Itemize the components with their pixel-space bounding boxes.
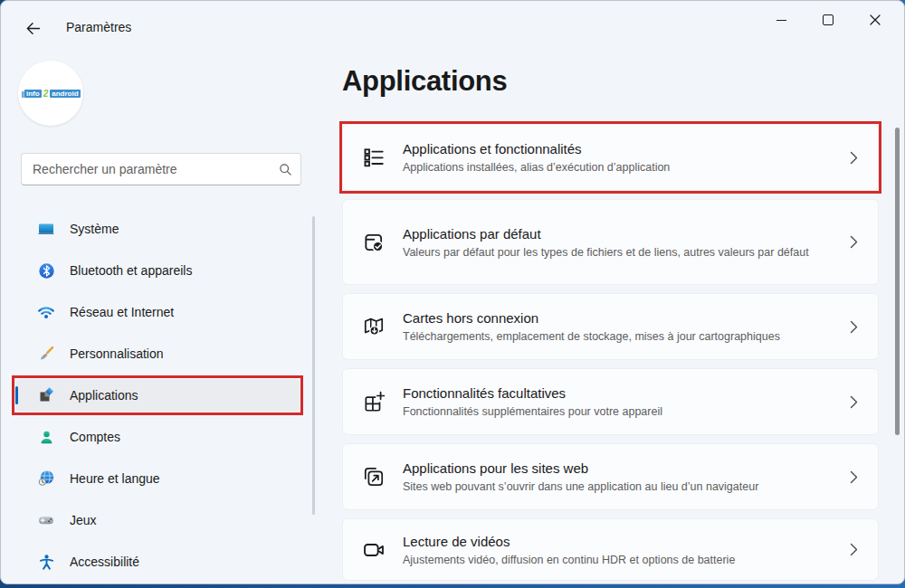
card-title: Cartes hors connexion (403, 308, 780, 327)
window-title: Paramètres (66, 20, 131, 34)
card-title: Lecture de vidéos (403, 532, 735, 551)
close-icon (870, 14, 881, 25)
gaming-icon (37, 511, 55, 529)
card-subtitle: Applications installées, alias d’exécuti… (403, 159, 670, 175)
sidebar-item-label: Jeux (70, 513, 97, 527)
accessibility-icon (37, 553, 55, 571)
sidebar-item-comptes[interactable]: Comptes (15, 421, 300, 453)
card-applications-et-fonctionnalites[interactable]: Applications et fonctionnalités Applicat… (342, 124, 879, 191)
card-cartes-hors-connexion[interactable]: Cartes hors connexion Téléchargements, e… (342, 293, 879, 360)
apps-websites-icon (362, 465, 386, 488)
page-title: Applications (342, 64, 904, 98)
search-box (21, 153, 301, 185)
chevron-right-icon (850, 470, 858, 484)
maximize-icon (823, 14, 834, 25)
apps-features-icon (362, 146, 386, 169)
search-input[interactable] (22, 162, 270, 176)
sidebar-item-reseau[interactable]: Réseau et Internet (15, 296, 300, 328)
optional-features-icon (362, 390, 386, 413)
card-title: Applications pour les sites web (403, 459, 758, 478)
selected-indicator (15, 386, 18, 404)
network-icon (37, 303, 55, 321)
settings-window: Paramètres || info 2 android (0, 0, 905, 584)
sidebar-item-heure-langue[interactable]: Heure et langue (15, 462, 300, 495)
search-icon (270, 163, 300, 176)
sidebar-item-label: Personnalisation (70, 346, 164, 361)
info24android-logo: || info 2 android (21, 89, 80, 99)
sidebar-item-personnalisation[interactable]: Personnalisation (15, 337, 300, 370)
sidebar-item-bluetooth[interactable]: Bluetooth et appareils (15, 254, 300, 287)
logo-2: 2 (43, 89, 50, 99)
chevron-right-icon (850, 151, 858, 165)
window-controls (757, 1, 899, 39)
card-applications-par-defaut[interactable]: Applications par défaut Valeurs par défa… (342, 199, 879, 285)
sidebar-item-systeme[interactable]: Système (15, 213, 300, 245)
card-title: Applications et fonctionnalités (403, 139, 670, 158)
sidebar-item-label: Bluetooth et appareils (70, 263, 192, 278)
sidebar-item-label: Accessibilité (70, 555, 139, 569)
back-arrow-icon (25, 22, 41, 35)
close-button[interactable] (852, 1, 899, 39)
main-content: Applications Applications et fonct (327, 52, 904, 583)
settings-card-list: Applications et fonctionnalités Applicat… (342, 124, 879, 581)
sidebar-item-label: Réseau et Internet (70, 305, 174, 319)
chevron-right-icon (850, 395, 858, 409)
card-lecture-de-videos[interactable]: Lecture de vidéos Ajustements vidéo, dif… (342, 518, 879, 581)
main-scrollbar[interactable] (895, 128, 900, 435)
logo-android: android (50, 90, 80, 98)
minimize-button[interactable] (757, 1, 805, 39)
accounts-icon (37, 428, 55, 446)
bluetooth-icon (37, 261, 55, 280)
video-playback-icon (362, 538, 386, 562)
sidebar-item-label: Système (70, 222, 119, 236)
sidebar-item-applications[interactable]: Applications (15, 379, 300, 412)
offline-maps-icon (362, 315, 386, 338)
chevron-right-icon (850, 235, 858, 249)
annotation-box (12, 375, 303, 415)
sidebar-item-label: Comptes (70, 430, 120, 444)
card-title: Fonctionnalités facultatives (403, 384, 662, 403)
card-title: Applications par défaut (403, 224, 809, 243)
card-subtitle: Téléchargements, emplacement de stockage… (403, 328, 780, 345)
card-subtitle: Ajustements vidéo, diffusion en continu … (403, 552, 735, 568)
maximize-button[interactable] (805, 1, 852, 39)
title-bar: Paramètres (1, 1, 904, 52)
card-fonctionnalites-facultatives[interactable]: Fonctionnalités facultatives Fonctionnal… (342, 368, 879, 435)
sidebar-item-jeux[interactable]: Jeux (15, 504, 300, 536)
avatar: || info 2 android (18, 61, 83, 126)
back-button[interactable] (17, 15, 48, 41)
sidebar-scrollbar[interactable] (312, 216, 315, 515)
logo-bars: || (21, 90, 23, 98)
default-apps-icon (362, 231, 386, 254)
card-applications-pour-les-sites-web[interactable]: Applications pour les sites web Sites we… (342, 443, 879, 510)
card-subtitle: Sites web pouvant s’ouvrir dans une appl… (403, 479, 758, 495)
sidebar-item-label: Heure et langue (70, 471, 160, 486)
system-icon (37, 220, 55, 238)
chevron-right-icon (850, 320, 858, 334)
apps-icon (37, 386, 55, 404)
personalization-icon (37, 345, 55, 363)
chevron-right-icon (850, 543, 858, 556)
sidebar-nav: Système Bluetooth et appareils (15, 213, 300, 578)
sidebar-item-label: Applications (70, 388, 138, 403)
card-subtitle: Fonctionnalités supplémentaires pour vot… (403, 403, 662, 420)
logo-info: info (24, 90, 42, 98)
sidebar: || info 2 android (1, 52, 327, 583)
minimize-icon (776, 20, 786, 21)
time-language-icon (37, 469, 55, 488)
card-subtitle: Valeurs par défaut pour les types de fic… (403, 244, 809, 261)
sidebar-item-accessibilite[interactable]: Accessibilité (15, 545, 300, 578)
